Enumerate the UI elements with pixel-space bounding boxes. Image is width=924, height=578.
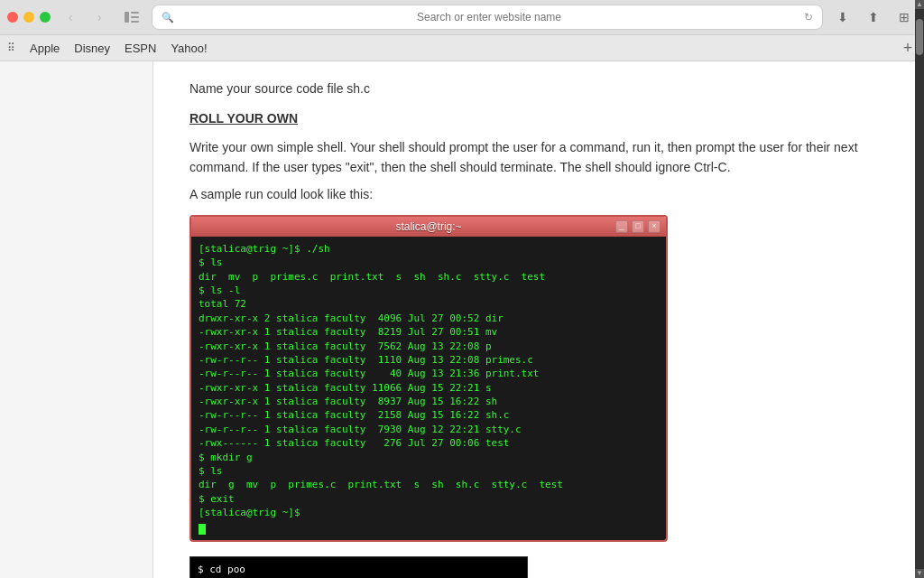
title-bar: ‹ › 🔍 ↻ ⬇ ⬆ ⊞ xyxy=(0,0,924,34)
terminal-large: stalica@trig:~ _ □ × [stalica@trig ~]$ .… xyxy=(189,215,668,542)
terminal-body-wrapper: [stalica@trig ~]$ ./sh $ ls dir mv p pri… xyxy=(191,237,666,540)
sample-run-text: A sample run could look like this: xyxy=(189,185,888,204)
download-button[interactable]: ⬇ xyxy=(830,5,855,30)
sidebar-panel xyxy=(0,61,153,578)
terminal-title-buttons: _ □ × xyxy=(615,220,661,233)
terminal-small: $ cd poo poo: No such file or directory … xyxy=(189,556,528,578)
share-button[interactable]: ⬆ xyxy=(861,5,886,30)
bookmarks-bar: ⠿ Apple Disney ESPN Yahoo! + xyxy=(0,34,924,61)
bookmark-espn[interactable]: ESPN xyxy=(125,42,156,55)
terminal-small-text: $ cd poo poo: No such file or directory … xyxy=(198,563,520,578)
back-button[interactable]: ‹ xyxy=(58,5,83,30)
browser-content: Name your source code file sh.c ROLL YOU… xyxy=(0,61,924,578)
sidebar-toggle-button[interactable] xyxy=(119,7,144,27)
terminal-titlebar: stalica@trig:~ _ □ × xyxy=(191,217,666,237)
terminal-close-btn[interactable]: × xyxy=(648,220,661,233)
svg-rect-2 xyxy=(131,16,139,18)
roll-own-header: ROLL YOUR OWN xyxy=(189,109,888,128)
instruction-text: Name your source code file sh.c xyxy=(189,79,888,98)
terminal-body: [stalica@trig ~]$ ./sh $ ls dir mv p pri… xyxy=(191,237,666,540)
add-bookmark-button[interactable]: + xyxy=(899,39,917,57)
svg-rect-3 xyxy=(131,21,139,23)
terminal-title: stalica@trig:~ xyxy=(395,219,461,235)
bookmark-disney[interactable]: Disney xyxy=(74,42,110,55)
bookmarks-grid-icon: ⠿ xyxy=(7,42,15,54)
svg-rect-0 xyxy=(125,12,129,23)
traffic-lights xyxy=(7,12,51,23)
browser-chrome: ‹ › 🔍 ↻ ⬇ ⬆ ⊞ ⠿ Apple Disney ESPN Yahoo! xyxy=(0,0,924,61)
terminal-small-body: $ cd poo poo: No such file or directory … xyxy=(190,557,527,578)
terminal-text: [stalica@trig ~]$ ./sh $ ls dir mv p pri… xyxy=(199,242,653,520)
minimize-button[interactable] xyxy=(23,12,34,23)
nav-buttons: ‹ › xyxy=(58,5,112,30)
description-text: Write your own simple shell. Your shell … xyxy=(189,137,888,178)
bookmark-apple[interactable]: Apple xyxy=(30,42,60,55)
close-button[interactable] xyxy=(7,12,18,23)
maximize-button[interactable] xyxy=(40,12,51,23)
address-bar-input[interactable] xyxy=(180,11,799,23)
bookmark-yahoo[interactable]: Yahoo! xyxy=(171,42,207,55)
terminal-minimize-btn[interactable]: _ xyxy=(615,220,628,233)
main-content: Name your source code file sh.c ROLL YOU… xyxy=(153,61,924,578)
forward-button[interactable]: › xyxy=(87,5,112,30)
toolbar-right: ⬇ ⬆ ⊞ xyxy=(830,5,917,30)
address-bar-container[interactable]: 🔍 ↻ xyxy=(152,5,823,30)
new-tab-button[interactable]: ⊞ xyxy=(892,5,917,30)
svg-rect-1 xyxy=(131,12,139,14)
reload-button[interactable]: ↻ xyxy=(804,11,813,23)
terminal-restore-btn[interactable]: □ xyxy=(632,220,644,233)
search-icon: 🔍 xyxy=(162,12,174,23)
terminal-cursor xyxy=(199,524,206,535)
